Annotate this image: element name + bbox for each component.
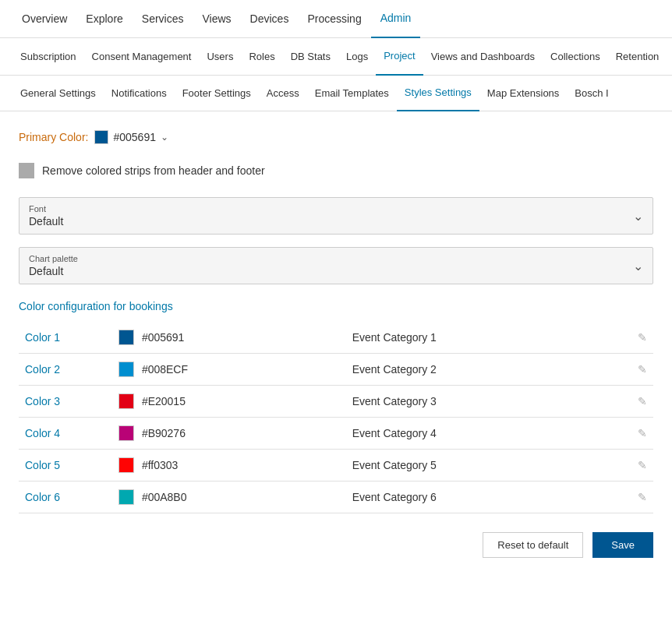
- color-hex-4: #B90276: [142, 427, 186, 439]
- color-table-row: Color 3 #E20015 Event Category 3 ✎: [19, 386, 653, 418]
- nav-overview[interactable]: Overview: [12, 0, 76, 38]
- color-name-cell: Color 4: [19, 418, 112, 450]
- strip-checkbox[interactable]: [19, 163, 34, 178]
- color-edit-cell[interactable]: ✎: [622, 482, 653, 513]
- color-name-cell: Color 6: [19, 482, 112, 513]
- tab-bosch-i[interactable]: Bosch I: [567, 76, 616, 111]
- nav-roles[interactable]: Roles: [241, 38, 282, 76]
- color-swatch-cell: #ff0303: [112, 450, 346, 482]
- settings-tabs: General Settings Notifications Footer Se…: [0, 76, 672, 111]
- nav-devices[interactable]: Devices: [241, 0, 299, 38]
- nav-project[interactable]: Project: [376, 38, 423, 76]
- second-navigation: Subscription Consent Management Users Ro…: [0, 38, 672, 76]
- color-swatch-6: [118, 489, 134, 505]
- color-table-row: Color 4 #B90276 Event Category 4 ✎: [19, 418, 653, 450]
- color-swatch-cell: #005691: [112, 322, 346, 354]
- edit-icon-1[interactable]: ✎: [638, 331, 647, 344]
- color-name-cell: Color 1: [19, 322, 112, 354]
- primary-color-chevron-down-icon[interactable]: ⌄: [161, 132, 168, 143]
- nav-users[interactable]: Users: [199, 38, 241, 76]
- color-category-cell: Event Category 4: [346, 418, 622, 450]
- top-navigation: Overview Explore Services Views Devices …: [0, 0, 672, 38]
- font-dropdown-inner: Font Default: [29, 204, 63, 228]
- tab-map-extensions[interactable]: Map Extensions: [479, 76, 568, 111]
- color-table-row: Color 2 #008ECF Event Category 2 ✎: [19, 354, 653, 386]
- color-hex-6: #00A8B0: [142, 491, 187, 503]
- nav-explore[interactable]: Explore: [76, 0, 132, 38]
- color-hex-3: #E20015: [142, 395, 186, 407]
- chart-palette-value: Default: [29, 265, 78, 277]
- strip-checkbox-row[interactable]: Remove colored strips from header and fo…: [19, 163, 653, 178]
- nav-retention[interactable]: Retention: [608, 38, 667, 76]
- tab-notifications[interactable]: Notifications: [104, 76, 175, 111]
- chart-palette-dropdown[interactable]: Chart palette Default ⌄: [19, 247, 653, 284]
- chart-palette-chevron-down-icon: ⌄: [633, 259, 643, 273]
- primary-color-swatch: [94, 130, 108, 144]
- color-name-cell: Color 3: [19, 386, 112, 418]
- nav-services[interactable]: Services: [133, 0, 193, 38]
- color-category-cell: Event Category 6: [346, 482, 622, 513]
- color-category-cell: Event Category 3: [346, 386, 622, 418]
- color-swatch-cell: #B90276: [112, 418, 346, 450]
- color-hex-1: #005691: [142, 331, 185, 344]
- tab-styles-settings[interactable]: Styles Settings: [397, 76, 479, 111]
- color-swatch-2: [118, 362, 134, 377]
- color-name-cell: Color 5: [19, 450, 112, 482]
- nav-processing[interactable]: Processing: [298, 0, 370, 38]
- primary-color-label: Primary Color:: [19, 131, 88, 143]
- edit-icon-3[interactable]: ✎: [638, 395, 647, 407]
- color-swatch-5: [118, 457, 134, 473]
- color-swatch-3: [118, 393, 134, 409]
- content-area: Primary Color: #005691 ⌄ Remove colored …: [0, 111, 672, 589]
- color-swatch-cell: #00A8B0: [112, 482, 346, 513]
- font-dropdown[interactable]: Font Default ⌄: [19, 197, 653, 235]
- color-table-row: Color 5 #ff0303 Event Category 5 ✎: [19, 450, 653, 482]
- nav-views-dashboards[interactable]: Views and Dashboards: [423, 38, 543, 76]
- nav-collections[interactable]: Collections: [543, 38, 608, 76]
- nav-subscription[interactable]: Subscription: [12, 38, 84, 76]
- color-category-cell: Event Category 5: [346, 450, 622, 482]
- color-swatch-1: [118, 330, 134, 345]
- edit-icon-4[interactable]: ✎: [638, 427, 647, 439]
- tab-access[interactable]: Access: [259, 76, 307, 111]
- color-edit-cell[interactable]: ✎: [622, 354, 653, 386]
- color-hex-2: #008ECF: [142, 363, 188, 376]
- color-swatch-cell: #008ECF: [112, 354, 346, 386]
- chart-palette-dropdown-inner: Chart palette Default: [29, 254, 78, 277]
- color-category-cell: Event Category 2: [346, 354, 622, 386]
- primary-color-value: #005691: [113, 131, 156, 143]
- color-table: Color 1 #005691 Event Category 1 ✎ Color…: [19, 322, 653, 513]
- tab-email-templates[interactable]: Email Templates: [307, 76, 397, 111]
- nav-admin[interactable]: Admin: [371, 0, 421, 38]
- tab-general-settings[interactable]: General Settings: [12, 76, 104, 111]
- color-category-cell: Event Category 1: [346, 322, 622, 354]
- chart-palette-label: Chart palette: [29, 254, 78, 263]
- nav-db-stats[interactable]: DB Stats: [283, 38, 338, 76]
- nav-logs[interactable]: Logs: [338, 38, 376, 76]
- reset-to-default-button[interactable]: Reset to default: [483, 532, 583, 558]
- primary-color-row: Primary Color: #005691 ⌄: [19, 130, 653, 144]
- color-edit-cell[interactable]: ✎: [622, 386, 653, 418]
- font-chevron-down-icon: ⌄: [633, 209, 643, 224]
- color-config-title: Color configuration for bookings: [19, 300, 653, 312]
- color-swatch-cell: #E20015: [112, 386, 346, 418]
- edit-icon-2[interactable]: ✎: [638, 363, 647, 376]
- nav-consent-management[interactable]: Consent Management: [84, 38, 200, 76]
- color-table-row: Color 1 #005691 Event Category 1 ✎: [19, 322, 653, 354]
- color-name-cell: Color 2: [19, 354, 112, 386]
- font-dropdown-value: Default: [29, 215, 63, 228]
- strip-checkbox-label: Remove colored strips from header and fo…: [42, 164, 265, 177]
- button-row: Reset to default Save: [19, 532, 653, 573]
- save-button[interactable]: Save: [592, 532, 653, 558]
- color-edit-cell[interactable]: ✎: [622, 322, 653, 354]
- color-edit-cell[interactable]: ✎: [622, 418, 653, 450]
- color-hex-5: #ff0303: [142, 459, 178, 471]
- edit-icon-5[interactable]: ✎: [638, 459, 647, 471]
- color-edit-cell[interactable]: ✎: [622, 450, 653, 482]
- color-table-row: Color 6 #00A8B0 Event Category 6 ✎: [19, 482, 653, 513]
- tab-footer-settings[interactable]: Footer Settings: [175, 76, 259, 111]
- nav-views[interactable]: Views: [193, 0, 241, 38]
- color-swatch-4: [118, 425, 134, 441]
- edit-icon-6[interactable]: ✎: [638, 491, 647, 503]
- font-dropdown-label: Font: [29, 204, 63, 213]
